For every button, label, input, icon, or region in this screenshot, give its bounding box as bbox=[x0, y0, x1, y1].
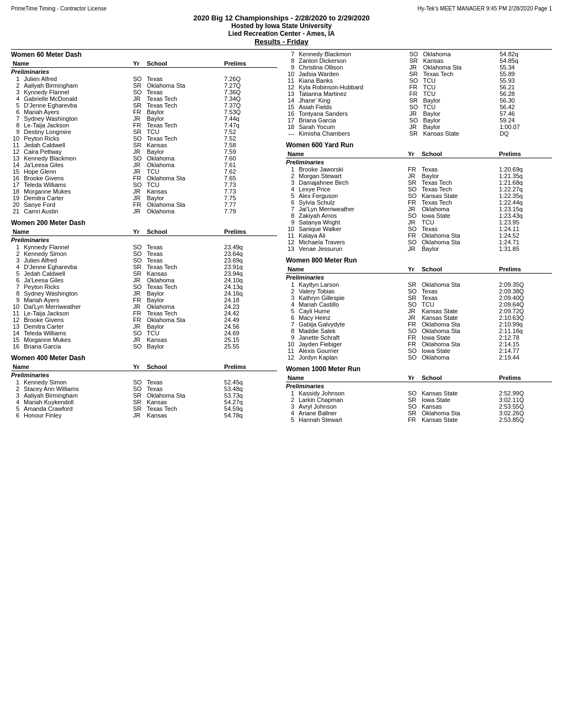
col-header-school: School bbox=[145, 60, 222, 68]
prelims-label: Preliminaries bbox=[11, 68, 277, 76]
col-header-name: Name bbox=[286, 265, 406, 274]
table-row: 3Kathryn GillespieSRTexas2:09.40Q bbox=[286, 295, 552, 301]
title-line2: Hosted by Iowa State University bbox=[11, 22, 552, 30]
event-title-60m: Women 60 Meter Dash bbox=[11, 51, 277, 58]
table-row: 2Aaliyah BirminghamSROklahoma Sta7.27Q bbox=[11, 82, 277, 89]
table-row: 14Ja'Leesa GilesJROklahoma7.61 bbox=[11, 162, 277, 168]
table-row: 3Avryl JohnsonSOKansas2:53.55Q bbox=[286, 403, 552, 410]
prelims-label: Preliminaries bbox=[286, 274, 552, 282]
table-row: 4Mariah KuykendollSRKansas54.27q bbox=[11, 399, 277, 405]
col-header-name: Name bbox=[11, 228, 131, 236]
table-row: 5Jedah CaldwellSRKansas23.94q bbox=[11, 270, 277, 277]
title-line4: Results - Friday bbox=[11, 38, 552, 46]
table-800m: Name Yr School Prelims Preliminaries 1Ka… bbox=[286, 265, 552, 361]
col-header-prelims: Prelims bbox=[222, 60, 277, 68]
section-label-row: Preliminaries bbox=[286, 382, 552, 390]
table-row: 16Briana GarciaSOBaylor25.55 bbox=[11, 343, 277, 350]
table-row: 4Mariah CastilloSOTCU2:09.64Q bbox=[286, 301, 552, 308]
table-400m-cont: 7Kennedy BlackmonSOOklahoma54.82q 8Zanto… bbox=[286, 51, 552, 137]
table-row: 8Le-Taija JacksonFRTexas Tech7.47q bbox=[11, 122, 277, 129]
table-row: 16Brooke GivensFROklahoma Sta7.65 bbox=[11, 175, 277, 181]
table-row: 9Janette SchraftFRIowa State2:12.78 bbox=[286, 334, 552, 341]
table-row: 11Jedah CaldwellSRKansas7.58 bbox=[11, 142, 277, 148]
table-row: 8Sydney WashingtonJRBaylor24.16q bbox=[11, 290, 277, 297]
table-row: 4D'Jenne EgharevbaSRTexas Tech23.91q bbox=[11, 264, 277, 270]
event-women-800m: Women 800 Meter Run Name Yr School Preli… bbox=[286, 256, 552, 361]
table-row: 11Kalaya AliFROklahoma Sta1:24.52 bbox=[286, 232, 552, 239]
col-header-prelims: Prelims bbox=[222, 363, 277, 371]
col-header-prelims: Prelims bbox=[497, 150, 552, 158]
event-title-1000m: Women 1000 Meter Run bbox=[286, 365, 552, 373]
event-women-400m: Women 400 Meter Dash Name Yr School Prel… bbox=[11, 354, 277, 419]
table-row: 1Kassidy JohnsonSOKansas State2:52.99Q bbox=[286, 390, 552, 397]
table-row: 11Le-Taija JacksonFRTexas Tech24.42 bbox=[11, 310, 277, 317]
table-200m: Name Yr School Prelims Preliminaries 1Ky… bbox=[11, 228, 277, 350]
table-600yd: Name Yr School Prelims Preliminaries 1Br… bbox=[286, 150, 552, 252]
table-row: 5Amanda CrawfordSRTexas Tech54.59q bbox=[11, 405, 277, 412]
table-row: 14Jhane' KingSRBaylor56.30 bbox=[286, 97, 552, 104]
col-header-yr: Yr bbox=[131, 228, 145, 236]
table-row: 14Teleda WilliamsSOTCU24.69 bbox=[11, 330, 277, 336]
col-header-prelims: Prelims bbox=[497, 265, 552, 274]
col-header-name: Name bbox=[11, 60, 131, 68]
prelims-label: Preliminaries bbox=[11, 371, 277, 379]
col-header-name: Name bbox=[286, 150, 406, 158]
table-row: 2Morgan StewartJRBaylor1:21.35q bbox=[286, 173, 552, 179]
table-row: 12Brooke GivensFROklahoma Sta24.49 bbox=[11, 317, 277, 323]
table-row: 15Morganne MukesJRKansas25.15 bbox=[11, 336, 277, 343]
title-line3: Lied Recreation Center - Ames, IA bbox=[11, 30, 552, 38]
table-row: 15Asiah FieldsSOTCU56.42 bbox=[286, 104, 552, 110]
table-row: 1Kynnedy FlannelSOTexas23.49q bbox=[11, 244, 277, 250]
event-title-800m: Women 800 Meter Run bbox=[286, 256, 552, 264]
table-row: 12Jordyn KaplanSOOklahoma2:19.44 bbox=[286, 354, 552, 361]
table-row: 1Kaytlyn LarsonSROklahoma Sta2:09.35Q bbox=[286, 281, 552, 288]
section-label-row: Preliminaries bbox=[11, 371, 277, 379]
col-header-yr: Yr bbox=[131, 60, 145, 68]
prelims-label: Preliminaries bbox=[286, 382, 552, 390]
table-row: 21Camri AustinJROklahoma7.79 bbox=[11, 208, 277, 215]
table-row: 18Morganne MukesJRKansas7.73 bbox=[11, 188, 277, 195]
header-left: PrimeTime Timing - Contractor License bbox=[11, 6, 107, 12]
table-1000m: Name Yr School Prelims Preliminaries 1Ka… bbox=[286, 374, 552, 423]
table-row: 11Alexis GourrierSOIowa State2:14.77 bbox=[286, 347, 552, 354]
table-row: 1Kennedy SimonSOTexas52.45q bbox=[11, 379, 277, 386]
table-row: 7Jai'Lyn MerriweatherJROklahoma1:23.15q bbox=[286, 206, 552, 212]
table-row: ---Kimisha ChambersSRKansas StateDQ bbox=[286, 130, 552, 137]
table-row: 17Teleda WilliamsSOTCU7.73 bbox=[11, 181, 277, 188]
table-row: 12Kyla Robinson-HubbardFRTCU56.21 bbox=[286, 84, 552, 90]
table-row: 4Ariane BallnerSROklahoma Sta3:02.26Q bbox=[286, 410, 552, 416]
table-row: 5D'Jenne EgharevbaSRTexas Tech7.37Q bbox=[11, 102, 277, 109]
table-row: 10Peyton RicksSOTexas Tech7.52 bbox=[11, 135, 277, 142]
table-row: 2Kennedy SimonSOTexas23.64q bbox=[11, 250, 277, 257]
table-row: 9Mariah AyersFRBaylor24.18 bbox=[11, 297, 277, 303]
table-row: 6Macy HeinzJRKansas State2:10.63Q bbox=[286, 314, 552, 321]
table-row: 10Sanique WalkerSOTexas1:24.11 bbox=[286, 226, 552, 232]
table-row: 3Aaliyah BirminghamSROklahoma Sta53.73q bbox=[11, 392, 277, 399]
table-row: 8Zantori DickersonSRKansas54.85q bbox=[286, 57, 552, 64]
table-row: 7Gabija GalvydyteFROklahoma Sta2:10.99q bbox=[286, 321, 552, 328]
col-header-yr: Yr bbox=[131, 363, 145, 371]
section-label-row: Preliminaries bbox=[286, 158, 552, 167]
col-header-name: Name bbox=[286, 374, 406, 382]
table-row: 6Mariah AyersFRBaylor7.53Q bbox=[11, 109, 277, 115]
col-header-school: School bbox=[145, 228, 222, 236]
top-divider bbox=[11, 49, 552, 50]
table-row: 4Lexye PriceSOTexas Tech1:22.27q bbox=[286, 186, 552, 192]
event-women-60m: Women 60 Meter Dash Name Yr School Preli… bbox=[11, 51, 277, 215]
table-row: 8Zakiyah AmosSOIowa State1:23.43q bbox=[286, 212, 552, 219]
table-row: 12Caira PettwayJRBaylor7.59 bbox=[11, 148, 277, 155]
table-row: 13Venae JessurunJRBaylor1:31.85 bbox=[286, 245, 552, 252]
prelims-label: Preliminaries bbox=[11, 236, 277, 244]
table-row: 9Christina OllisonJROklahoma Sta55.34 bbox=[286, 64, 552, 71]
event-title-600yd: Women 600 Yard Run bbox=[286, 141, 552, 149]
table-row: 8Maddie SalekSOOklahoma Sta2:11.16q bbox=[286, 328, 552, 334]
table-row: 2Valery TobiasSOTexas2:09.38Q bbox=[286, 288, 552, 295]
table-row: 11Kiana BanksSOTCU55.93 bbox=[286, 77, 552, 84]
table-row: 3Damajahnee BirchSRTexas Tech1:21.68q bbox=[286, 179, 552, 186]
table-row: 2Stacey Ann WilliamsSOTexas53.48q bbox=[11, 386, 277, 392]
section-label-row: Preliminaries bbox=[11, 236, 277, 244]
left-column: Women 60 Meter Dash Name Yr School Preli… bbox=[11, 51, 277, 423]
table-row: 13Kennedy BlackmonSOOklahoma7.60 bbox=[11, 155, 277, 162]
table-row: 6Sylvia SchulzFRTexas Tech1:22.44q bbox=[286, 199, 552, 206]
table-row: 5Cayli HumeJRKansas State2:09.72Q bbox=[286, 308, 552, 314]
